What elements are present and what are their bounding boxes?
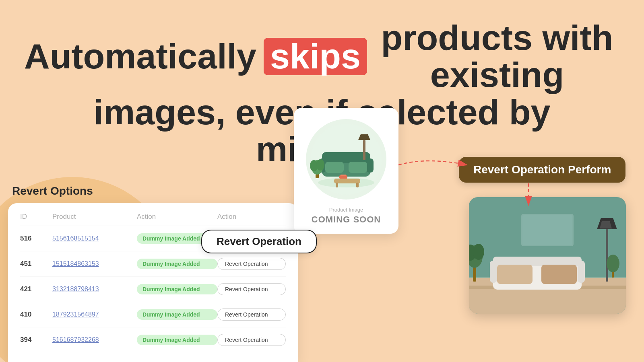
cell-id: 516 — [20, 234, 52, 243]
table-card: ID Product Action Action 516 51561685151… — [8, 203, 298, 362]
table-title: Revert Options — [8, 185, 298, 197]
revert-btn-row1[interactable]: Revert Operation — [217, 258, 286, 270]
table-row: 451 1515184863153 Dummy Image Added Reve… — [20, 251, 286, 277]
headline-highlight: skips — [264, 38, 367, 75]
cell-product: 1515184863153 — [52, 260, 137, 267]
svg-rect-9 — [336, 183, 338, 187]
svg-rect-30 — [541, 265, 577, 284]
headline-word-auto: Automatically — [24, 38, 256, 75]
cell-id: 410 — [20, 311, 52, 319]
svg-rect-5 — [366, 158, 374, 173]
revert-perform-badge: Revert Operation Perform — [459, 157, 625, 183]
cell-product: 3132188798413 — [52, 286, 137, 293]
table-section: Revert Options ID Product Action Action … — [8, 185, 298, 362]
revert-large-button[interactable]: Revert Operation — [201, 230, 317, 253]
cell-product: 1879231564897 — [52, 311, 137, 318]
svg-rect-6 — [325, 162, 344, 173]
col-header-action: Action — [137, 213, 217, 221]
cell-id: 394 — [20, 336, 52, 344]
product-illustration — [310, 123, 382, 195]
svg-point-14 — [316, 159, 324, 171]
svg-rect-8 — [334, 179, 360, 183]
room-image — [469, 197, 626, 314]
cell-product: 5161687932268 — [52, 336, 137, 343]
table-row: 410 1879231564897 Dummy Image Added Reve… — [20, 302, 286, 327]
revert-btn-row2[interactable]: Revert Operation — [217, 283, 286, 295]
headline-word-suffix: products with existing — [374, 19, 620, 94]
badge-dummy-image: Dummy Image Added — [137, 259, 217, 269]
svg-point-37 — [473, 244, 484, 260]
svg-point-39 — [607, 255, 619, 272]
col-header-product: Product — [52, 213, 137, 221]
product-card-label: Product Image — [303, 207, 390, 213]
svg-rect-29 — [497, 265, 533, 284]
badge-dummy-image: Dummy Image Added — [137, 309, 217, 320]
svg-rect-7 — [349, 162, 367, 173]
revert-btn-row3[interactable]: Revert Operation — [217, 309, 286, 321]
table-header: ID Product Action Action — [20, 213, 286, 226]
svg-rect-27 — [490, 261, 497, 283]
room-illustration — [469, 197, 626, 314]
product-card: Product Image COMING SOON — [294, 108, 398, 234]
coming-soon-text: COMING SOON — [303, 214, 390, 225]
svg-rect-41 — [522, 215, 572, 245]
badge-dummy-image: Dummy Image Added — [137, 284, 217, 294]
svg-rect-10 — [356, 183, 359, 187]
table-row: 394 5161687932268 Dummy Image Added Reve… — [20, 327, 286, 352]
headline-line1: Automatically skips products with existi… — [24, 19, 620, 94]
svg-rect-18 — [341, 175, 346, 176]
svg-rect-15 — [363, 140, 365, 160]
cell-id: 451 — [20, 260, 52, 268]
svg-marker-33 — [600, 221, 612, 228]
cell-product: 5156168515154 — [52, 235, 137, 242]
badge-dummy-image: Dummy Image Added — [137, 335, 217, 345]
col-header-action2: Action — [217, 213, 286, 221]
svg-rect-31 — [606, 229, 608, 282]
product-image-circle — [306, 119, 386, 200]
table-row: 421 3132188798413 Dummy Image Added Reve… — [20, 277, 286, 302]
svg-rect-28 — [578, 261, 585, 283]
col-header-id: ID — [20, 213, 52, 221]
revert-btn-row4[interactable]: Revert Operation — [217, 334, 286, 346]
cell-id: 421 — [20, 285, 52, 293]
